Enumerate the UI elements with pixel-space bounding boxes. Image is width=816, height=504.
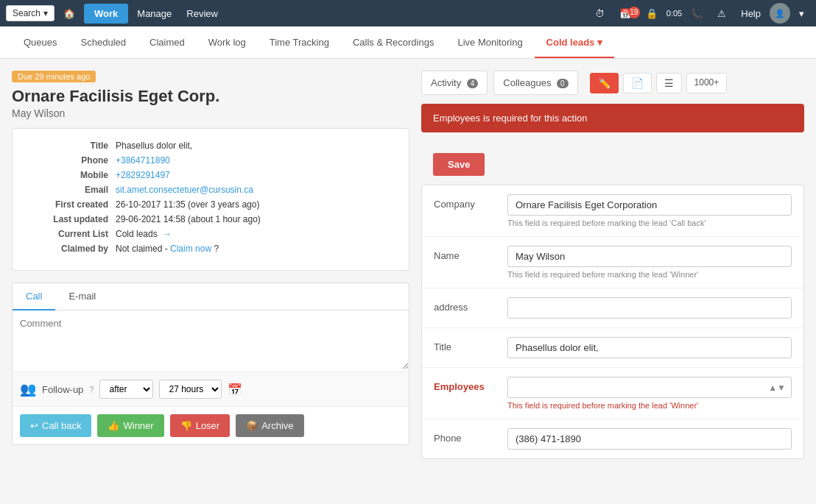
phone-link[interactable]: +3864711890 bbox=[116, 155, 170, 166]
colleagues-tab-button[interactable]: Colleagues 0 bbox=[493, 71, 577, 95]
employees-select[interactable] bbox=[507, 377, 792, 398]
title-form-label: Title bbox=[434, 337, 507, 352]
right-panel-header: Activity 4 Colleagues 0 ✏️ 📄 ☰ 1000+ bbox=[421, 71, 804, 95]
followup-label: Follow-up bbox=[42, 384, 83, 395]
calendar-wrapper: 📅 19 bbox=[613, 5, 637, 22]
last-updated-value: 29-06-2021 14:58 (about 1 hour ago) bbox=[116, 214, 394, 224]
winner-button[interactable]: 👍 Winner bbox=[97, 414, 163, 437]
subnav-queues[interactable]: Queues bbox=[12, 28, 69, 58]
followup-hours-select[interactable]: 27 hours 1 hour 2 hours 4 hours 8 hours … bbox=[159, 380, 222, 399]
colleagues-count-badge: 0 bbox=[557, 79, 569, 88]
lock-button[interactable]: 🔒 bbox=[640, 5, 664, 22]
right-icons: ✏️ 📄 ☰ 1000+ bbox=[590, 73, 728, 93]
lead-header: Due 29 minutes ago Ornare Facilisis Eget… bbox=[12, 71, 409, 119]
subnav-coldleads[interactable]: Cold leads ▾ bbox=[535, 28, 614, 58]
tabs-header: Call E-mail bbox=[13, 283, 409, 310]
loser-button[interactable]: 👎 Loser bbox=[170, 414, 231, 437]
form-title-row: Title bbox=[422, 328, 803, 368]
lead-form: Company This field is required before ma… bbox=[421, 185, 804, 459]
form-employees-row: Employees ▲▼ This field is required befo… bbox=[422, 368, 803, 419]
first-created-label: First created bbox=[27, 199, 116, 210]
employees-form-label: Employees bbox=[434, 377, 507, 392]
detail-lastupdated-row: Last updated 29-06-2021 14:58 (about 1 h… bbox=[27, 214, 394, 224]
archive-button[interactable]: 📦 Archive bbox=[236, 414, 303, 437]
title-label: Title bbox=[27, 141, 116, 151]
title-field-group bbox=[507, 337, 792, 358]
lead-details: Title Phasellus dolor elit, Phone +38647… bbox=[12, 128, 409, 271]
manage-button[interactable]: Manage bbox=[131, 5, 177, 22]
error-banner: Employees is required for this action bbox=[421, 104, 804, 132]
save-btn-row: Save bbox=[421, 144, 804, 185]
email-value: sit.amet.consectetuer@cursusin.ca bbox=[116, 185, 394, 195]
form-phone-row: Phone bbox=[422, 419, 803, 458]
detail-phone-row: Phone +3864711890 bbox=[27, 155, 394, 166]
current-list-value: Cold leads → bbox=[116, 229, 394, 239]
review-button[interactable]: Review bbox=[180, 5, 224, 22]
form-company-row: Company This field is required before ma… bbox=[422, 185, 803, 237]
save-button[interactable]: Save bbox=[433, 153, 485, 176]
calendar-picker-icon[interactable]: 📅 bbox=[228, 383, 242, 397]
email-link[interactable]: sit.amet.consectetuer@cursusin.ca bbox=[116, 185, 253, 195]
callback-button[interactable]: ↩ Call back bbox=[20, 414, 91, 437]
avatar[interactable]: 👤 bbox=[770, 3, 790, 24]
help-button[interactable]: Help bbox=[735, 5, 767, 22]
employees-hint: This field is required before marking th… bbox=[507, 401, 792, 410]
subnav-timetracking[interactable]: Time Tracking bbox=[258, 28, 341, 58]
history-button[interactable]: ⏱ bbox=[589, 5, 611, 22]
due-badge: Due 29 minutes ago bbox=[12, 71, 96, 82]
name-hint: This field is required before marking th… bbox=[507, 270, 792, 279]
search-box[interactable]: Search ▾ bbox=[6, 5, 54, 21]
current-list-label: Current List bbox=[27, 229, 116, 239]
followup-people-icon: 👥 bbox=[20, 381, 36, 397]
title-input[interactable] bbox=[507, 337, 792, 358]
detail-mobile-row: Mobile +2829291497 bbox=[27, 170, 394, 180]
subnav-scheduled[interactable]: Scheduled bbox=[69, 28, 138, 58]
subnav-claimed[interactable]: Claimed bbox=[138, 28, 197, 58]
detail-currentlist-row: Current List Cold leads → bbox=[27, 229, 394, 239]
claim-now-link[interactable]: Claim now bbox=[170, 244, 211, 254]
email-label: Email bbox=[27, 185, 116, 195]
user-dropdown-button[interactable]: ▾ bbox=[793, 5, 810, 22]
last-updated-label: Last updated bbox=[27, 214, 116, 224]
mobile-value: +2829291497 bbox=[116, 170, 394, 180]
phone-label: Phone bbox=[27, 155, 116, 166]
phone-button[interactable]: 📞 bbox=[685, 5, 708, 22]
name-input[interactable] bbox=[507, 246, 792, 267]
address-field-group bbox=[507, 297, 792, 319]
subnav-calls[interactable]: Calls & Recordings bbox=[341, 28, 446, 58]
current-list-arrow: → bbox=[163, 229, 172, 239]
subnav-worklog[interactable]: Work log bbox=[197, 28, 258, 58]
action-buttons: ↩ Call back 👍 Winner 👎 Loser 📦 Archive bbox=[13, 406, 409, 444]
tab-call[interactable]: Call bbox=[13, 283, 55, 310]
claim-help-icon: ? bbox=[214, 244, 219, 254]
mobile-link[interactable]: +2829291497 bbox=[116, 170, 170, 180]
timer-display: 0:05 bbox=[666, 9, 682, 18]
edit-button[interactable]: ✏️ bbox=[590, 73, 619, 93]
warning-button[interactable]: ⚠ bbox=[711, 5, 732, 22]
form-address-row: address bbox=[422, 288, 803, 328]
name-field-group: This field is required before marking th… bbox=[507, 246, 792, 279]
claimed-by-value: Not claimed - Claim now ? bbox=[116, 244, 394, 254]
sub-navigation: Queues Scheduled Claimed Work log Time T… bbox=[0, 26, 816, 59]
subnav-livemonitoring[interactable]: Live Monitoring bbox=[446, 28, 534, 58]
address-input[interactable] bbox=[507, 297, 792, 319]
comment-textarea[interactable] bbox=[13, 310, 409, 369]
archive-icon: 📦 bbox=[246, 420, 258, 431]
address-form-label: address bbox=[434, 297, 507, 313]
followup-help-icon: ? bbox=[89, 385, 94, 394]
company-input[interactable] bbox=[507, 194, 792, 216]
title-value: Phasellus dolor elit, bbox=[116, 141, 394, 151]
main-layout: Due 29 minutes ago Ornare Facilisis Eget… bbox=[0, 59, 816, 500]
work-button[interactable]: Work bbox=[84, 4, 128, 24]
phone-input[interactable] bbox=[507, 428, 792, 450]
detail-firstcreated-row: First created 26-10-2017 11:35 (over 3 y… bbox=[27, 199, 394, 210]
name-form-label: Name bbox=[434, 246, 507, 261]
list-button[interactable]: ☰ bbox=[656, 73, 682, 93]
tab-email[interactable]: E-mail bbox=[55, 283, 109, 310]
document-button[interactable]: 📄 bbox=[623, 73, 652, 93]
search-label: Search bbox=[13, 8, 41, 18]
activity-tab-button[interactable]: Activity 4 bbox=[421, 71, 488, 95]
followup-timing-select[interactable]: after before bbox=[99, 380, 153, 399]
home-button[interactable]: 🏠 bbox=[57, 5, 81, 22]
winner-icon: 👍 bbox=[108, 420, 119, 431]
